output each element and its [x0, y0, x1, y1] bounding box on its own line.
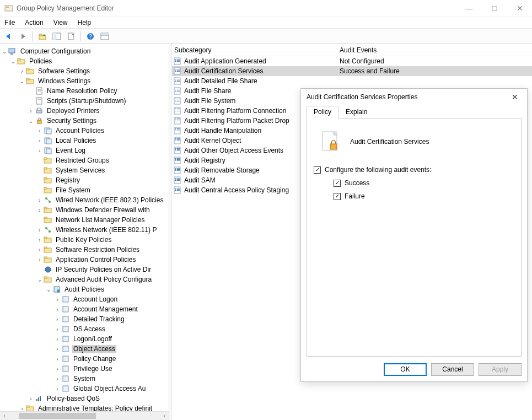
chevron-down-icon[interactable]: ⌄ — [45, 286, 52, 293]
tree-nrp[interactable]: ›Name Resolution Policy — [28, 86, 169, 96]
tree-registry[interactable]: ›Registry — [36, 175, 169, 185]
chevron-right-icon[interactable]: › — [36, 197, 43, 203]
cancel-button[interactable]: Cancel — [431, 363, 474, 376]
chevron-down-icon[interactable]: ⌄ — [36, 276, 43, 283]
chevron-right-icon[interactable]: › — [36, 256, 43, 263]
tree-account-mgmt[interactable]: ›Account Management — [54, 304, 169, 314]
tree-event-log[interactable]: ›Event Log — [36, 146, 169, 155]
chevron-right-icon[interactable]: › — [36, 246, 43, 253]
tree-scripts[interactable]: ›Scripts (Startup/Shutdown) — [28, 96, 169, 106]
nav-forward-button[interactable] — [17, 30, 30, 42]
maximize-button[interactable]: □ — [487, 4, 502, 13]
tree-software-restriction[interactable]: ›Software Restriction Policies — [36, 245, 169, 255]
menu-action[interactable]: Action — [25, 19, 43, 26]
checkbox-success[interactable]: ✓ Success — [334, 179, 514, 187]
tree-system[interactable]: ›System — [54, 374, 169, 384]
tree-admin-templates[interactable]: ›Administrative Templates: Policy defini… — [19, 403, 169, 411]
tree-wired-network[interactable]: ›Wired Network (IEEE 802.3) Policies — [36, 195, 169, 205]
scroll-right-icon[interactable]: › — [160, 412, 169, 420]
tree-network-list[interactable]: ›Network List Manager Policies — [36, 215, 169, 225]
scroll-left-icon[interactable]: ‹ — [0, 412, 9, 420]
apply-button[interactable]: Apply — [479, 363, 522, 376]
tree-ds-access[interactable]: ›DS Access — [54, 324, 169, 334]
dialog-close-button[interactable]: ✕ — [508, 91, 522, 103]
show-hide-pane-button[interactable] — [50, 30, 63, 42]
column-audit-events[interactable]: Audit Events — [337, 46, 532, 54]
chevron-right-icon[interactable]: › — [54, 306, 61, 313]
tree-system-services[interactable]: ›System Services — [36, 165, 169, 175]
nav-back-button[interactable] — [2, 30, 15, 42]
chevron-down-icon[interactable]: ⌄ — [19, 78, 25, 84]
help-button[interactable]: ? — [84, 30, 97, 42]
tree-detailed-tracking[interactable]: ›Detailed Tracking — [54, 314, 169, 324]
tree-software-settings[interactable]: ›Software Settings — [19, 66, 169, 76]
view-button[interactable] — [98, 30, 111, 42]
tree-file-system[interactable]: ›File System — [36, 185, 169, 195]
tree-logon-logoff[interactable]: ›Logon/Logoff — [54, 334, 169, 344]
tree-public-key[interactable]: ›Public Key Policies — [36, 235, 169, 245]
tree-restricted-groups[interactable]: ›Restricted Groups — [36, 155, 169, 165]
chevron-right-icon[interactable]: › — [36, 137, 43, 144]
tree-policies[interactable]: ⌄ Policies — [10, 56, 169, 66]
tree-global-object-access[interactable]: ›Global Object Access Au — [54, 384, 169, 394]
tree-policy-change[interactable]: ›Policy Change — [54, 354, 169, 364]
chevron-right-icon[interactable]: › — [54, 385, 61, 392]
chevron-right-icon[interactable]: › — [54, 316, 61, 322]
close-button[interactable]: ✕ — [512, 4, 528, 13]
chevron-right-icon[interactable]: › — [54, 365, 61, 372]
tree-audit-policies[interactable]: ⌄Audit Policies — [45, 284, 169, 294]
chevron-right-icon[interactable]: › — [28, 107, 34, 114]
tree-defender-firewall[interactable]: ›Windows Defender Firewall with — [36, 205, 169, 215]
tree-wireless-network[interactable]: ›Wireless Network (IEEE 802.11) P — [36, 225, 169, 235]
scroll-thumb[interactable] — [19, 413, 96, 419]
chevron-right-icon[interactable]: › — [36, 236, 43, 243]
up-button[interactable] — [36, 30, 49, 42]
menu-file[interactable]: File — [4, 19, 15, 26]
ok-button[interactable]: OK — [384, 363, 427, 376]
qos-icon — [35, 394, 44, 403]
chevron-down-icon[interactable]: ⌄ — [10, 58, 17, 64]
tab-policy[interactable]: Policy — [307, 106, 338, 119]
tree-app-control[interactable]: ›Application Control Policies — [36, 255, 169, 265]
tree-ipsec[interactable]: ›IP Security Policies on Active Dir — [36, 265, 169, 274]
export-button[interactable] — [65, 30, 78, 42]
menu-view[interactable]: View — [53, 19, 68, 26]
list-row[interactable]: Audit Application GeneratedNot Configure… — [172, 56, 532, 66]
chevron-right-icon[interactable]: › — [54, 296, 61, 303]
tree-privilege-use[interactable]: ›Privilege Use — [54, 364, 169, 374]
tree-deployed-printers[interactable]: ›Deployed Printers — [28, 106, 169, 116]
tree-horizontal-scrollbar[interactable]: ‹ › — [0, 411, 169, 420]
checkbox-failure[interactable]: ✓ Failure — [334, 192, 514, 200]
tree-account-logon[interactable]: ›Account Logon — [54, 294, 169, 304]
minimize-button[interactable]: — — [461, 4, 477, 13]
checkbox-configure[interactable]: ✓ Configure the following audit events: — [314, 166, 514, 174]
tree-windows-settings[interactable]: ⌄Windows Settings — [19, 76, 169, 86]
chevron-right-icon[interactable]: › — [19, 405, 25, 411]
tree-local-policies[interactable]: ›Local Policies — [36, 136, 169, 146]
tree-advanced-audit[interactable]: ⌄Advanced Audit Policy Configura — [36, 274, 169, 284]
menu-help[interactable]: Help — [78, 19, 92, 26]
chevron-right-icon[interactable]: › — [54, 326, 61, 332]
tree-account-policies[interactable]: ›Account Policies — [36, 126, 169, 136]
chevron-down-icon[interactable]: ⌄ — [1, 48, 8, 55]
chevron-right-icon[interactable]: › — [54, 336, 61, 342]
list-row[interactable]: Audit Detailed File Share — [172, 76, 532, 86]
chevron-right-icon[interactable]: › — [36, 147, 43, 154]
tree-security-settings[interactable]: ⌄Security Settings — [28, 116, 169, 126]
chevron-right-icon[interactable]: › — [36, 127, 43, 134]
chevron-right-icon[interactable]: › — [54, 356, 61, 362]
list-row[interactable]: Audit Certification ServicesSuccess and … — [172, 66, 532, 76]
chevron-right-icon[interactable]: › — [36, 227, 43, 233]
tab-explain[interactable]: Explain — [338, 106, 374, 119]
chevron-right-icon[interactable]: › — [19, 68, 25, 74]
chevron-right-icon[interactable]: › — [54, 375, 61, 382]
tree-computer-config[interactable]: ⌄ Computer Configuration — [1, 46, 169, 56]
chevron-right-icon[interactable]: › — [54, 346, 61, 352]
svg-rect-176 — [177, 190, 180, 191]
chevron-right-icon[interactable]: › — [36, 207, 43, 213]
chevron-right-icon[interactable]: › — [28, 395, 34, 402]
column-subcategory[interactable]: Subcategory — [172, 46, 337, 54]
chevron-down-icon[interactable]: ⌄ — [28, 117, 34, 124]
tree-policy-qos[interactable]: ›Policy-based QoS — [28, 394, 169, 403]
tree-object-access[interactable]: ›Object Access — [54, 344, 169, 354]
